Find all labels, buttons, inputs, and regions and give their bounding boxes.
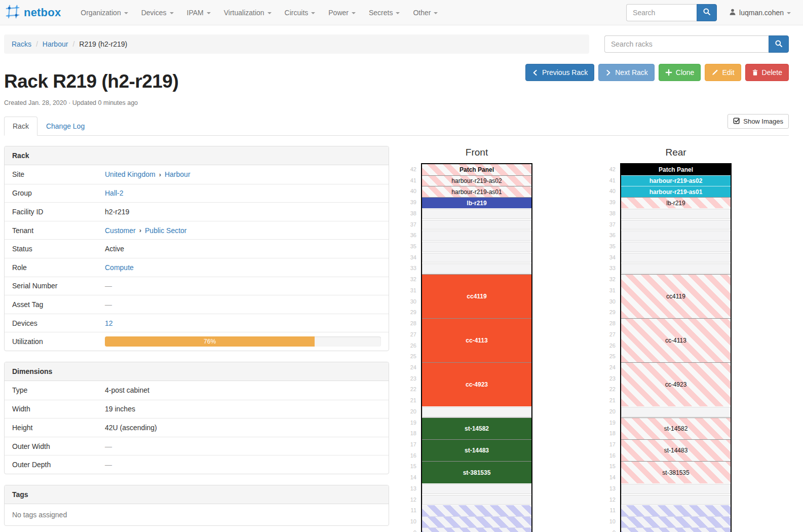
value-link[interactable]: 12 xyxy=(105,319,113,327)
rack-empty-slot xyxy=(621,252,731,263)
global-search xyxy=(626,4,717,21)
unit-number: 13 xyxy=(602,483,616,495)
rack-reservation xyxy=(422,505,531,516)
rack-device[interactable]: cc-4113 xyxy=(422,318,531,362)
menu-item-label: IPAM xyxy=(187,9,204,17)
menu-item-virtualization[interactable]: Virtualization xyxy=(217,0,278,25)
menu-item-circuits[interactable]: Circuits xyxy=(278,0,322,25)
row-label: Tenant xyxy=(12,226,105,235)
value-link[interactable]: United Kingdom xyxy=(105,170,156,178)
row-label: Group xyxy=(12,189,105,197)
menu-item-organization[interactable]: Organization xyxy=(74,0,134,25)
chevron-down-icon xyxy=(207,12,211,14)
row-value: Active xyxy=(105,245,381,253)
value-link[interactable]: Customer xyxy=(105,226,136,235)
rack-device[interactable]: cc-4113 xyxy=(621,318,731,362)
rack-device[interactable]: cc4119 xyxy=(621,274,731,318)
chevron-down-icon xyxy=(267,12,272,14)
rack-device[interactable]: st-14483 xyxy=(621,439,731,461)
rack-device[interactable]: lb-r219 xyxy=(422,197,531,208)
value-link[interactable]: Hall-2 xyxy=(105,189,124,197)
rack-device[interactable]: cc4119 xyxy=(422,274,531,318)
value-link[interactable]: Harbour xyxy=(165,170,190,178)
rack-device[interactable]: Patch Panel xyxy=(621,164,731,175)
row-value: 76% xyxy=(105,336,381,347)
rack-device[interactable]: harbour-r219-as01 xyxy=(621,186,731,197)
rack-device[interactable]: harbour-r219-as01 xyxy=(422,186,531,197)
row-label: Facility ID xyxy=(12,208,105,216)
netbox-logo-icon xyxy=(5,4,20,21)
row-label: Utilization xyxy=(12,337,105,346)
rack-search-input[interactable] xyxy=(604,35,769,53)
rack-device[interactable]: st-14483 xyxy=(422,439,531,461)
tags-empty-text: No tags assigned xyxy=(5,504,389,525)
unit-number: 36 xyxy=(403,230,416,241)
rack-device[interactable]: st-381535 xyxy=(422,461,531,483)
breadcrumb-current: R219 (h2-r219) xyxy=(79,40,127,48)
clone-button[interactable]: Clone xyxy=(659,64,701,81)
unit-number: 40 xyxy=(602,186,616,197)
empty-slot-fill xyxy=(621,263,731,274)
rack-device[interactable]: harbour-r219-as02 xyxy=(621,175,731,186)
chevron-down-icon xyxy=(352,12,356,14)
menu-item-label: Devices xyxy=(141,9,167,17)
device-name: cc-4113 xyxy=(665,337,686,344)
row-label: Outer Depth xyxy=(12,461,105,469)
value-link[interactable]: Compute xyxy=(105,263,134,272)
rack-search-button[interactable] xyxy=(769,35,789,53)
front-unit-rail: 4241403938373635343332313029282726252423… xyxy=(403,163,416,532)
unit-number: 26 xyxy=(602,340,616,352)
rack-device[interactable]: st-381535 xyxy=(621,461,731,483)
global-search-input[interactable] xyxy=(626,4,697,21)
rack-device[interactable]: harbour-r219-as02 xyxy=(422,175,531,186)
unit-number: 34 xyxy=(403,252,416,263)
user-menu[interactable]: luqman.cohen xyxy=(729,8,791,17)
show-images-button[interactable]: Show Images xyxy=(728,114,789,129)
tab-rack[interactable]: Rack xyxy=(4,117,37,136)
menu-item-secrets[interactable]: Secrets xyxy=(362,0,406,25)
menu-item-ipam[interactable]: IPAM xyxy=(180,0,217,25)
previous-rack-button[interactable]: Previous Rack xyxy=(525,64,594,81)
menu-item-label: Circuits xyxy=(285,9,309,17)
row-label: Serial Number xyxy=(12,282,105,290)
table-row: Width19 inches xyxy=(5,400,389,419)
global-search-button[interactable] xyxy=(697,4,717,21)
breadcrumb-link[interactable]: Racks xyxy=(12,40,31,48)
netbox-brand[interactable]: netbox xyxy=(5,4,61,21)
created-updated-meta: Created Jan. 28, 2020 · Updated 0 minute… xyxy=(4,99,178,106)
device-name: harbour-r219-as02 xyxy=(451,177,502,184)
menu-item-other[interactable]: Other xyxy=(406,0,444,25)
value-link[interactable]: Public Sector xyxy=(145,226,186,235)
rack-device[interactable]: lb-r219 xyxy=(621,197,731,208)
row-value: 4-post cabinet xyxy=(105,386,381,394)
edit-button[interactable]: Edit xyxy=(705,64,741,81)
unit-number: 35 xyxy=(403,241,416,252)
tab-change-log[interactable]: Change Log xyxy=(37,117,93,136)
rack-device[interactable]: cc-4923 xyxy=(621,362,731,406)
value-empty: — xyxy=(105,282,112,290)
dimensions-panel-title: Dimensions xyxy=(5,362,389,381)
rack-empty-slot xyxy=(621,263,731,274)
value-text: h2-r219 xyxy=(105,208,129,216)
chevron-left-icon xyxy=(532,69,539,77)
rack-empty-slot xyxy=(422,483,531,495)
menu-item-devices[interactable]: Devices xyxy=(135,0,180,25)
breadcrumb-link[interactable]: Harbour xyxy=(43,40,68,48)
unit-number: 29 xyxy=(403,307,416,318)
unit-number: 9 xyxy=(403,527,416,532)
rack-device[interactable]: st-14582 xyxy=(422,417,531,439)
next-rack-button[interactable]: Next Rack xyxy=(598,64,655,81)
rack-device[interactable]: st-14582 xyxy=(621,417,731,439)
delete-button[interactable]: Delete xyxy=(745,64,789,81)
rack-device[interactable]: Patch Panel xyxy=(422,164,531,175)
row-label: Devices xyxy=(12,319,105,327)
rack-device[interactable]: cc-4923 xyxy=(422,362,531,406)
menu-item-power[interactable]: Power xyxy=(322,0,362,25)
front-elevation: Front 4241403938373635343332313029282726… xyxy=(403,147,532,532)
table-row: GroupHall-2 xyxy=(5,184,389,203)
unit-number: 22 xyxy=(403,384,416,395)
unit-number: 28 xyxy=(403,318,416,329)
breadcrumb-separator: / xyxy=(68,40,79,48)
row-value: 19 inches xyxy=(105,405,381,413)
rack-empty-slot xyxy=(422,252,531,263)
